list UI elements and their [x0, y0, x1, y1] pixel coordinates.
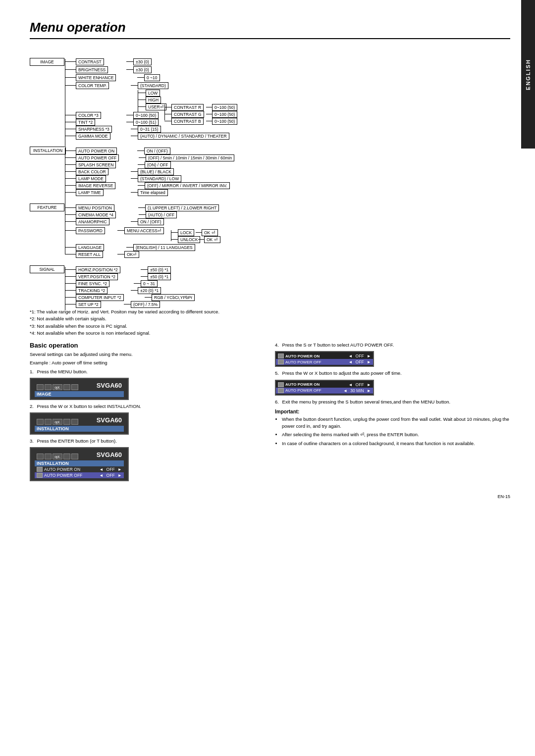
item-brightness: BRIGHTNESS: [76, 66, 108, 73]
val-horiz: ±50 (0) *1: [148, 266, 171, 273]
line-v-colortemp-sub: [138, 90, 138, 114]
lhv-image-reverse: [138, 185, 145, 186]
important-title: Important:: [275, 409, 510, 414]
screen5-row-1: AUTO POWER ON ◄ OFF ►: [276, 382, 373, 388]
english-sidebar: ENGLISH: [521, 0, 535, 149]
category-image: IMAGE: [30, 58, 64, 66]
important-item-2: After selecting the items marked with ⏎,…: [282, 431, 510, 438]
val-password: MENU ACCESS⏎: [124, 227, 164, 234]
val-white-enhance: 0 ~10: [144, 74, 160, 81]
screen3-title: SVGA60: [97, 451, 122, 459]
lh-horiz: [65, 269, 76, 270]
lhv-contrast-g: [206, 114, 212, 114]
val-reset-all: OK⏎: [124, 251, 139, 258]
lhv-anamorphic: [131, 221, 138, 222]
item-gamma: GAMMA MODE: [76, 133, 110, 140]
lhv-color: [126, 115, 133, 115]
lhv-language: [126, 247, 133, 248]
item-reset-all: RESET ALL: [76, 251, 103, 258]
item-auto-power-off: AUTO POWER OFF: [76, 154, 119, 161]
lh-apoff: [65, 157, 76, 158]
lh-reset: [65, 254, 76, 254]
step-2: 2. Press the W or X button to select INS…: [30, 403, 265, 409]
item-high: HIGH: [146, 97, 161, 103]
lh-contrast-r: [164, 107, 171, 107]
lh-apo: [65, 151, 76, 151]
screen1-bar: IMAGE: [35, 391, 124, 397]
lh-password: [65, 230, 76, 231]
screen5-row2-val: 30 MIN: [350, 388, 364, 393]
val-sharpness: 0~31 (15): [138, 126, 161, 133]
lh-contrast-val: [126, 61, 133, 62]
item-lock: LOCK: [178, 229, 194, 236]
step-3-text: Press the ENTER button (or T button).: [37, 438, 117, 444]
item-auto-power-on: AUTO POWER ON: [76, 148, 117, 154]
val-fine-sync: 0 ~ 31: [141, 280, 158, 287]
val-contrast-g: 0~100 (50): [212, 111, 237, 118]
lh-image-reverse: [65, 185, 76, 186]
menu-tree: IMAGE CONTRAST ±30 (0) BRIGHTNESS ±30 (0…: [30, 44, 456, 302]
screen2-title: SVGA60: [97, 416, 122, 425]
val-anamorphic: ON / (OFF): [138, 218, 164, 225]
val-back-color: (BLUE) / BLACK: [138, 168, 174, 175]
note-4: *4: Not available when the source is non…: [30, 330, 510, 337]
item-language: LANGUAGE: [76, 244, 104, 251]
screen5-row2-label: AUTO POWER OFF: [285, 388, 321, 393]
lh-white-val: [137, 77, 144, 78]
lhv-horiz: [141, 269, 148, 270]
lh-menu-pos: [65, 207, 76, 208]
val-contrast-b: 0~100 (50): [212, 118, 237, 125]
basic-op-left: Basic operation Several settings can be …: [30, 342, 265, 484]
val-splash-screen: (ON) / OFF: [145, 161, 171, 168]
lhv-computer: [145, 297, 152, 298]
lhv-vert: [141, 276, 148, 277]
lh-language: [65, 247, 76, 248]
val-color: 0~100 (50): [133, 112, 159, 119]
menu-diagram: IMAGE CONTRAST ±30 (0) BRIGHTNESS ±30 (0…: [30, 44, 510, 302]
screen-mockup-1: opt. SVGA60 IMAGE: [30, 378, 129, 400]
important-item-1: When the button doesn't function, unplug…: [282, 416, 510, 430]
val-contrast: ±30 (0): [133, 58, 152, 65]
val-image-reverse: (OFF) / MIRROR / INVERT / MIRROR INV.: [145, 182, 230, 189]
item-tint: TINT *2: [76, 119, 95, 126]
lh-unlock: [171, 239, 178, 240]
lh-anamorphic: [65, 221, 76, 222]
note-3: *3: Not available when the source is PC …: [30, 323, 510, 330]
category-installation: INSTALLATION: [30, 147, 66, 154]
item-low: LOW: [146, 90, 160, 97]
step-2-text: Press the W or X button to select INSTAL…: [37, 403, 141, 409]
step-5-text: Press the W or X button to adjust the au…: [282, 370, 402, 376]
lh-lamp-time: [65, 192, 76, 193]
item-color-temp: COLOR TEMP.: [76, 82, 109, 89]
lhv-lock: [196, 232, 202, 233]
item-setup: SET UP *2: [76, 301, 101, 308]
screen4-row2-val: OFF: [356, 359, 364, 364]
lhv-lamp-mode: [131, 178, 138, 179]
screen4-row-1: AUTO POWER ON ◄ OFF ►: [276, 353, 373, 359]
lh-vert: [65, 276, 76, 277]
lh-cinema: [65, 214, 76, 215]
basic-op-title: Basic operation: [30, 342, 265, 349]
val-tracking: ±20 (0) *1: [138, 287, 161, 294]
step-4-text: Press the S or T button to select AUTO P…: [282, 342, 394, 348]
lh-user: [138, 106, 146, 107]
val-tint: 0~100 (51): [133, 119, 159, 126]
category-signal: SIGNAL: [30, 265, 64, 273]
val-unlock: OK ⏎: [204, 236, 220, 243]
screen4-row1-label: AUTO POWER ON: [285, 354, 320, 358]
screen-mockup-3: opt. SVGA60 INSTALLATION AUTO POWER ON: [30, 447, 129, 481]
lh-splash: [65, 164, 76, 165]
lhv-fine-sync: [134, 283, 141, 284]
screen2-bar: INSTALLATION: [35, 426, 124, 432]
lh-lamp-mode: [65, 178, 76, 179]
lh-high: [138, 100, 146, 100]
english-label: ENGLISH: [525, 59, 531, 90]
lh-color: [65, 115, 76, 115]
screen4-row2-label: AUTO POWER OFF: [285, 360, 321, 364]
screen3-row2-val: OFF: [107, 473, 115, 478]
val-menu-position: (1.UPPER LEFT) / 2.LOWER RIGHT: [145, 204, 219, 211]
step-6: 6. Exit the menu by pressing the S butto…: [275, 399, 510, 405]
lhv-tint: [126, 122, 133, 122]
item-back-color: BACK COLOR: [76, 168, 108, 175]
lh-tint: [65, 122, 76, 122]
